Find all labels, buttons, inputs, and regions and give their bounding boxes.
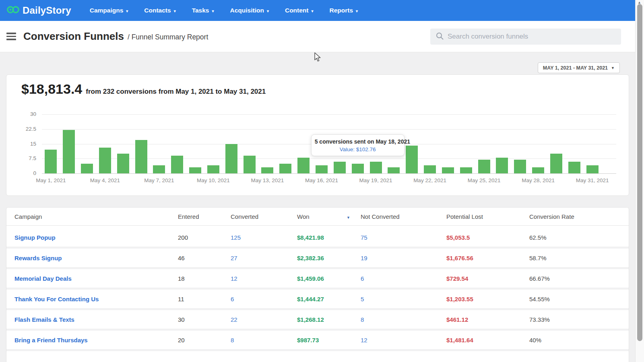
table-row: Bring a Friend Thursdays208$987.7312$1,4… [6,331,629,351]
column-header-label: Not Converted [361,213,400,220]
cell-campaign[interactable]: Signup Popup [14,234,178,241]
chart-bar[interactable] [244,156,256,173]
chart-bar[interactable] [99,148,111,173]
nav-item-reports[interactable]: Reports▾ [322,0,366,21]
column-header-label: Won [297,213,310,220]
hamburger-menu-icon[interactable] [6,33,16,40]
table-header-row: CampaignEnteredConvertedWon▼Not Converte… [6,208,629,226]
column-header-entered[interactable]: Entered [178,213,231,220]
nav-item-campaigns[interactable]: Campaigns▾ [82,0,136,21]
column-header-potential_lost[interactable]: Potential Lost [446,213,529,220]
chart-bar[interactable] [45,150,57,173]
column-header-not_converted[interactable]: Not Converted [361,213,446,220]
chart-bar[interactable] [207,165,219,173]
chart-bar[interactable] [514,160,526,173]
cell-not_converted[interactable]: 75 [361,234,446,241]
chart-bar[interactable] [81,164,93,174]
column-header-campaign[interactable]: Campaign [14,213,178,220]
table-row: Flash Emails & Texts3022$1,268.128$461.1… [6,310,629,331]
nav-item-contacts[interactable]: Contacts▾ [136,0,184,21]
chart-bar[interactable] [153,165,165,173]
cell-not_converted[interactable]: 8 [361,316,446,323]
chart-bar[interactable] [406,146,418,173]
vertical-scrollbar[interactable]: ▲ [635,0,644,362]
chart-bar[interactable] [261,167,273,173]
x-tick-label: May 7, 2021 [133,177,185,183]
cell-converted[interactable]: 125 [231,234,297,241]
chart-bar[interactable] [279,164,291,174]
cell-entered: 11 [178,296,231,302]
cell-campaign[interactable]: Rewards Signup [14,255,178,261]
cell-won: $987.73 [297,337,361,343]
cell-campaign[interactable]: Memorial Day Deals [14,275,178,282]
nav-item-label: Contacts [144,7,171,14]
chart-bar[interactable] [316,165,328,173]
cell-potential_lost: $1,676.56 [446,255,529,261]
nav-item-label: Acquisition [230,7,264,14]
infinity-logo-icon [6,5,20,16]
chevron-down-icon: ▾ [212,9,214,13]
cell-not_converted[interactable]: 19 [361,255,446,261]
chart-bar[interactable] [171,156,183,173]
cell-potential_lost: $1,481.64 [446,337,529,343]
column-header-label: Converted [231,213,258,220]
cell-not_converted[interactable]: 5 [361,296,446,302]
cell-not_converted[interactable]: 12 [361,337,446,343]
date-range-label: MAY 1, 2021 - MAY 31, 2021 [543,65,608,71]
cell-converted[interactable]: 8 [231,337,297,343]
cell-converted[interactable]: 6 [231,296,297,302]
x-tick-label: May 22, 2021 [404,177,456,183]
column-header-conversion_rate[interactable]: Conversion Rate [529,213,629,220]
cell-converted[interactable]: 22 [231,316,297,323]
toolbar: MAY 1, 2021 - MAY 31, 2021 ▼ [0,52,635,74]
cell-campaign[interactable]: Bring a Friend Thursdays [14,337,178,343]
chart-bar[interactable] [424,165,436,173]
chart-bar[interactable] [297,158,310,173]
cell-won: $8,421.98 [297,234,361,241]
chart-bar[interactable] [352,164,364,174]
nav-item-acquisition[interactable]: Acquisition▾ [222,0,277,21]
brand-logo[interactable]: DailyStory [6,5,71,16]
chart-bar[interactable] [550,154,562,173]
chart-bar[interactable] [117,154,129,173]
y-tick-label: 22.5 [6,126,36,132]
chart-bar[interactable] [63,130,75,173]
cell-campaign[interactable]: Flash Emails & Texts [14,316,178,323]
chart-bar[interactable] [568,162,580,173]
cell-converted[interactable]: 27 [231,255,297,261]
table-row: Thank You For Contacting Us116$1,444.275… [6,290,629,310]
chart-bar[interactable] [478,160,490,173]
chart-bar[interactable] [496,158,508,173]
x-tick-label: May 4, 2021 [79,177,131,183]
chart-bar[interactable] [370,162,382,173]
funnel-summary-table-card: CampaignEnteredConvertedWon▼Not Converte… [6,207,629,362]
chevron-down-icon: ▾ [311,9,313,13]
column-header-converted[interactable]: Converted [231,213,297,220]
chart-bar[interactable] [460,167,472,173]
tooltip-value: Value: $102.76 [315,146,401,152]
column-header-won[interactable]: Won▼ [297,213,361,220]
tooltip-title: 5 conversions sent on May 18, 2021 [315,138,401,145]
chart-bar[interactable] [334,162,346,173]
top-nav: DailyStory Campaigns▾Contacts▾Tasks▾Acqu… [0,0,635,21]
chart-bar[interactable] [225,144,237,174]
chart-bar[interactable] [532,167,544,173]
nav-item-content[interactable]: Content▾ [277,0,322,21]
search-box[interactable] [430,29,621,45]
x-tick-label: May 28, 2021 [512,177,564,183]
chart-bar[interactable] [442,167,454,173]
chart-bar[interactable] [388,167,400,173]
cell-conversion_rate: 62.5% [529,234,629,241]
nav-menu: Campaigns▾Contacts▾Tasks▾Acquisition▾Con… [82,0,366,21]
date-range-selector[interactable]: MAY 1, 2021 - MAY 31, 2021 ▼ [538,62,620,73]
chart-bar[interactable] [189,167,201,173]
cell-not_converted[interactable]: 6 [361,275,446,282]
column-header-label: Entered [178,213,199,220]
chart-bar[interactable] [135,140,147,173]
scrollbar-thumb[interactable] [637,4,642,341]
cell-converted[interactable]: 12 [231,275,297,282]
search-input[interactable] [448,33,615,41]
chart-bar[interactable] [586,165,599,173]
nav-item-tasks[interactable]: Tasks▾ [184,0,222,21]
cell-campaign[interactable]: Thank You For Contacting Us [14,296,178,302]
